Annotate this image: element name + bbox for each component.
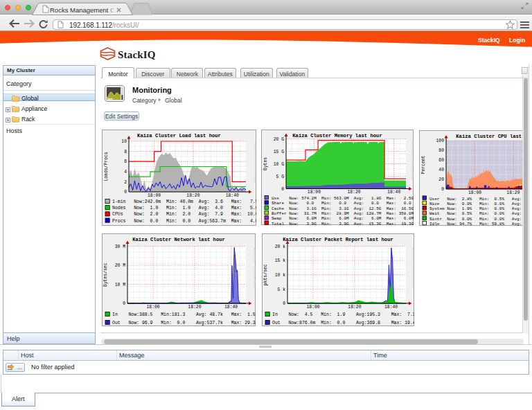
svg-text:Out Now:876.0m Min: 0.0: Out Now:876.0m Min: 0.0 Avg:369.8 Max: 1… (272, 321, 414, 326)
svg-text:System Now: 1.9% Min: 0.6%: System Now: 1.9% Min: 0.6% Avg: 1. (429, 206, 523, 211)
svg-text:Cache Now: 3.1G Min: 3.1: Cache Now: 3.1G Min: 3.1G Avg: 12.5G Max… (272, 206, 414, 211)
svg-text:Swap Now: 6.0M Min: 6.0: Swap Now: 6.0M Min: 6.0M Avg: 6.0M Max: … (272, 216, 414, 221)
svg-text:0: 0 (123, 301, 125, 306)
svg-text:18:00: 18:00 (147, 305, 160, 310)
svg-text:30 M: 30 M (115, 244, 126, 249)
svg-text:18:20: 18:20 (188, 305, 201, 310)
svg-text:18:40: 18:40 (384, 305, 398, 310)
svg-text:Sintr Now: 0.0% Min: 0.0%: Sintr Now: 0.0% Min: 0.0% Avg: 0 (429, 217, 523, 222)
svg-text:Buffer Now: 31.7M Min: 28.9: Buffer Now: 31.7M Min: 28.9M Avg: 128.7M… (272, 211, 414, 216)
svg-text:4: 4 (124, 170, 127, 175)
svg-text:Nodes Now: 1.0 Min: 1.0: Nodes Now: 1.0 Min: 1.0 Avg: 4.0 Max: 5.… (112, 206, 256, 211)
svg-text:Bytes: Bytes (263, 157, 268, 170)
svg-text:Idle Now: 94.7% Min: 59.8%: Idle Now: 94.7% Min: 59.8% Avg: 81. (429, 222, 523, 226)
svg-text:8: 8 (124, 150, 127, 154)
svg-text:In Now: 4.5 Min: 1.9: In Now: 4.5 Min: 1.9 Avg:195.3 Max: 7.3k (272, 312, 414, 317)
svg-text:RRDTOOL / TOBI OETIKER: RRDTOOL / TOBI OETIKER (254, 143, 256, 184)
svg-text:18:00: 18:00 (468, 190, 481, 195)
svg-text:Wait Now: 0.5% Min: 0.0%: Wait Now: 0.5% Min: 0.0% Avg: 14. (429, 211, 523, 216)
svg-text:20 G: 20 G (274, 137, 285, 142)
svg-text:40: 40 (438, 168, 444, 172)
svg-text:CPUs Now: 2.0 Min: 2.0: CPUs Now: 2.0 Min: 2.0 Avg: 7.9 Max: 10.… (112, 212, 256, 217)
svg-text:20 M: 20 M (115, 263, 126, 268)
svg-text:0: 0 (281, 187, 284, 192)
svg-text:Total Now: 3.9G Min: 3.9: Total Now: 3.9G Min: 3.9G Avg: 15.3G Max… (272, 222, 414, 226)
svg-text:10 M: 10 M (115, 283, 126, 287)
svg-text:RRDTOOL / TOBI OETIKER: RRDTOOL / TOBI OETIKER (253, 248, 256, 289)
svg-text:6: 6 (124, 159, 127, 164)
svg-text:Share Now: 0.0 Min: 0.0: Share Now: 0.0 Min: 0.0 Avg: 0.0 Max: 0.… (272, 201, 411, 206)
svg-text:1-min Now:242.0m Min: 40.0m: 1-min Now:242.0m Min: 40.0m Avg: 3.6 Max… (112, 199, 256, 204)
svg-text:20 k: 20 k (275, 244, 286, 249)
svg-text:5 G: 5 G (276, 175, 284, 179)
svg-text:Kaiza Cluster CPU last hour: Kaiza Cluster CPU last hour (456, 134, 523, 139)
svg-text:User Now: 2.8% Min: 0.5%: User Now: 2.8% Min: 0.5% Avg: 2. (429, 197, 523, 202)
svg-text:Kaiza Cluster Packet Report la: Kaiza Cluster Packet Report last hour (283, 237, 393, 242)
svg-text:18:20: 18:20 (506, 190, 520, 195)
svg-text:18:20: 18:20 (186, 193, 200, 198)
svg-text:15 G: 15 G (274, 150, 285, 154)
svg-text:Percent: Percent (421, 155, 426, 174)
svg-text:18:00: 18:00 (308, 190, 321, 195)
svg-text:Procs Now: 0.0 Min: 0.0: Procs Now: 0.0 Min: 0.0 Avg:563.7m Max: … (112, 219, 256, 224)
svg-text:60: 60 (438, 158, 444, 163)
svg-text:Kaiza Cluster Memory last hour: Kaiza Cluster Memory last hour (292, 133, 382, 139)
svg-text:0: 0 (124, 190, 127, 195)
svg-text:Loads/Procs: Loads/Procs (104, 152, 109, 181)
svg-text:80: 80 (438, 148, 444, 153)
svg-text:18:20: 18:20 (348, 305, 361, 310)
svg-text:Kaiza Cluster Load last hour: Kaiza Cluster Load last hour (137, 133, 221, 139)
svg-text:100: 100 (436, 139, 444, 143)
svg-text:10 G: 10 G (274, 162, 285, 167)
svg-text:In Now:388.5 Min:181.3: In Now:388.5 Min:181.3 Avg: 48.7k Max: 1… (112, 312, 256, 317)
svg-text:Kaiza Cluster Network last hou: Kaiza Cluster Network last hour (132, 237, 225, 242)
svg-text:18:40: 18:40 (387, 190, 400, 195)
svg-text:Out Now: 96.9 Min: 0.0: Out Now: 96.9 Min: 0.0 Avg:537.7k Max: 2… (112, 321, 256, 326)
svg-text:RRDTOOL / TOBI OETIKER: RRDTOOL / TOBI OETIKER (411, 248, 414, 289)
svg-text:pkts/sec: pkts/sec (264, 264, 269, 285)
svg-text:Bytes/sec: Bytes/sec (104, 262, 109, 287)
svg-text:18:40: 18:40 (224, 305, 238, 310)
svg-text:15 k: 15 k (275, 258, 286, 263)
svg-text:0: 0 (283, 301, 285, 306)
svg-text:Nice Now: 0.0% Min: 0.0%: Nice Now: 0.0% Min: 0.0% Avg: 0. (429, 202, 523, 206)
svg-text:2: 2 (124, 180, 127, 185)
svg-text:10: 10 (121, 139, 127, 144)
svg-text:10 k: 10 k (275, 273, 286, 278)
svg-text:18:00: 18:00 (307, 305, 320, 310)
svg-text:18:00: 18:00 (148, 193, 161, 198)
svg-text:18:40: 18:40 (226, 193, 239, 198)
svg-text:18:20: 18:20 (347, 190, 360, 195)
svg-text:5 k: 5 k (277, 287, 285, 292)
svg-text:20: 20 (438, 177, 444, 182)
svg-text:0: 0 (441, 187, 444, 192)
svg-text:RRDTOOL / TOBI OETIKER: RRDTOOL / TOBI OETIKER (411, 141, 414, 181)
svg-text:Use Now: 574.2M Min: 563.0: Use Now: 574.2M Min: 563.0M Avg: 1.8G Ma… (272, 196, 414, 201)
